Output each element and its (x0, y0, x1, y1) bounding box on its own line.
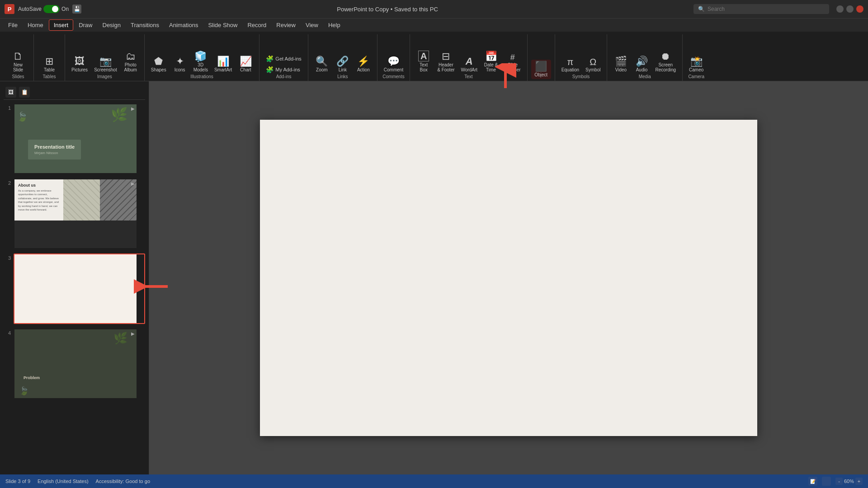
slide-thumb-2[interactable]: 2 About us As a company, we embrace oppo… (4, 178, 145, 249)
action-icon: ⚡ (357, 56, 369, 66)
slide-canvas-3 (14, 254, 137, 323)
notes-btn[interactable]: 📝 (808, 477, 817, 486)
slide2-title: About us (18, 183, 60, 188)
ribbon-wordart[interactable]: A WordArt (458, 55, 481, 74)
menu-slideshow[interactable]: Slide Show (203, 20, 242, 30)
ribbon-textbox[interactable]: A TextBox (414, 49, 434, 74)
screenshot-label: Screenshot (94, 67, 117, 72)
table-label: Table (44, 67, 55, 72)
ribbon-comment[interactable]: 💬 Comment (381, 55, 406, 74)
ribbon-smartart[interactable]: 📊 SmartArt (212, 55, 235, 74)
menu-help[interactable]: Help (324, 20, 345, 30)
ribbon-video[interactable]: 🎬 Video (611, 55, 631, 74)
ribbon-link[interactable]: 🔗 Link (333, 55, 353, 74)
ribbon-equation[interactable]: π Equation (559, 56, 582, 74)
comment-icon: 💬 (387, 56, 400, 66)
slide-canvas-1: 🌿 🍃 Presentation title Mirjam Nilsson ▶ (14, 104, 137, 173)
menu-design[interactable]: Design (98, 20, 125, 30)
slide-img-4[interactable]: 🌿 🍃 Problem ▶ (14, 328, 145, 399)
menu-draw[interactable]: Draw (74, 20, 97, 30)
maximize-btn[interactable] (846, 5, 854, 13)
ribbon-date-time[interactable]: 📅 Date &Time (481, 50, 501, 74)
menu-file[interactable]: File (4, 20, 22, 30)
pictures-icon: 🖼 (75, 56, 85, 66)
ribbon-new-slide[interactable]: 🗋 NewSlide (6, 50, 30, 74)
ribbon-slide-number[interactable]: # SlideNumber (502, 52, 524, 74)
zoom-out-btn[interactable]: - (835, 478, 843, 485)
ribbon-tables-label: Tables (43, 74, 56, 81)
wordart-icon: A (466, 56, 473, 66)
symbol-icon: Ω (590, 57, 596, 66)
ribbon-group-text: A TextBox ⊟ Header& Footer A WordArt 📅 D… (410, 34, 527, 81)
active-slide-canvas[interactable] (260, 120, 757, 436)
close-btn[interactable] (856, 5, 863, 13)
slide-thumb-1[interactable]: 1 🌿 🍃 Presentation title Mirjam Nilsson … (4, 103, 145, 174)
equation-label: Equation (561, 67, 579, 72)
comments-btn[interactable] (822, 477, 831, 486)
menu-view[interactable]: View (301, 20, 323, 30)
video-icon: 🎬 (615, 56, 627, 66)
ribbon-text-items: A TextBox ⊟ Header& Footer A WordArt 📅 D… (414, 34, 523, 74)
status-bar: Slide 3 of 9 English (United States) Acc… (0, 474, 868, 488)
ribbon-slides-label: Slides (12, 74, 24, 81)
ribbon-object[interactable]: ⬛ Object (531, 60, 551, 79)
slide4-bg: 🌿 🍃 Problem ▶ (14, 329, 137, 398)
slide-img-2[interactable]: About us As a company, we embrace opport… (14, 178, 145, 249)
menu-insert[interactable]: Insert (49, 19, 74, 31)
ribbon-cameo[interactable]: 📸 Cameo (686, 55, 706, 74)
ribbon-zoom[interactable]: 🔍 Zoom (312, 55, 332, 74)
chart-icon: 📈 (240, 56, 252, 66)
search-input[interactable] (708, 6, 825, 12)
ribbon-action[interactable]: ⚡ Action (354, 55, 373, 74)
link-label: Link (339, 67, 347, 72)
icons-label: Icons (175, 67, 185, 72)
ribbon-shapes[interactable]: ⬟ Shapes (148, 55, 169, 74)
menu-transitions[interactable]: Transitions (126, 20, 164, 30)
slide-panel-icon2[interactable]: 📋 (19, 87, 30, 98)
ribbon-3d-models[interactable]: 🧊 3DModels (191, 50, 211, 74)
ribbon-group-illustrations: ⬟ Shapes ✦ Icons 🧊 3DModels 📊 SmartArt 📈… (145, 34, 260, 81)
ribbon-photo-album[interactable]: 🗂 PhotoAlbum (121, 50, 141, 74)
slide-count: Slide 3 of 9 (5, 479, 30, 484)
zoom-controls: - 60% + (835, 478, 863, 485)
wordart-label: WordArt (461, 67, 478, 72)
new-slide-label: NewSlide (13, 62, 23, 72)
ribbon-screen-recording[interactable]: ⏺ ScreenRecording (652, 50, 679, 74)
ribbon-icons[interactable]: ✦ Icons (170, 55, 190, 74)
screenshot-icon: 📷 (99, 56, 112, 66)
menu-home[interactable]: Home (23, 20, 48, 30)
slide-thumb-4[interactable]: 4 🌿 🍃 Problem ▶ (4, 328, 145, 399)
slide-panel-icon1[interactable]: 🖼 (5, 87, 16, 98)
slide-panel: 🖼 📋 1 🌿 🍃 Presentation title Mirjam Nils (0, 81, 149, 474)
ribbon-get-addins[interactable]: 🧩 Get Add-ins (263, 54, 304, 63)
ribbon-screenshot[interactable]: 📷 Screenshot (91, 55, 120, 74)
menu-animations[interactable]: Animations (165, 20, 203, 30)
ribbon-table[interactable]: ⊞ Table (38, 55, 61, 74)
zoom-icon: 🔍 (316, 56, 328, 66)
menu-record[interactable]: Record (243, 20, 271, 30)
ribbon-media-label: Media (639, 74, 651, 81)
ribbon-group-comments: 💬 Comment Comments (377, 34, 410, 81)
ribbon-addins-label: Add-ins (276, 74, 292, 81)
autosave-toggle[interactable] (43, 5, 60, 13)
slide-thumb-3[interactable]: 3 (4, 253, 145, 324)
menu-review[interactable]: Review (272, 20, 300, 30)
ribbon-my-addins[interactable]: 🧩 My Add-ins (263, 65, 304, 74)
get-addins-icon: 🧩 (266, 55, 274, 62)
slide1-badge: ▶ (131, 106, 135, 111)
ribbon-chart[interactable]: 📈 Chart (236, 55, 255, 74)
save-icon[interactable]: 💾 (72, 5, 81, 14)
ribbon-header-footer[interactable]: ⊟ Header& Footer (434, 50, 457, 74)
ribbon-audio[interactable]: 🔊 Audio (632, 55, 651, 74)
ribbon-comments-items: 💬 Comment (381, 34, 406, 74)
slide-img-1[interactable]: 🌿 🍃 Presentation title Mirjam Nilsson ▶ (14, 103, 145, 174)
minimize-btn[interactable] (836, 5, 844, 13)
ribbon-pictures[interactable]: 🖼 Pictures (69, 55, 90, 74)
equation-icon: π (567, 57, 573, 66)
slide-img-3[interactable] (14, 253, 145, 324)
accessibility: Accessibility: Good to go (96, 479, 150, 484)
search-box[interactable]: 🔍 (693, 4, 829, 14)
zoom-in-btn[interactable]: + (855, 478, 863, 485)
action-label: Action (357, 67, 370, 72)
ribbon-symbol[interactable]: Ω Symbol (583, 56, 603, 74)
